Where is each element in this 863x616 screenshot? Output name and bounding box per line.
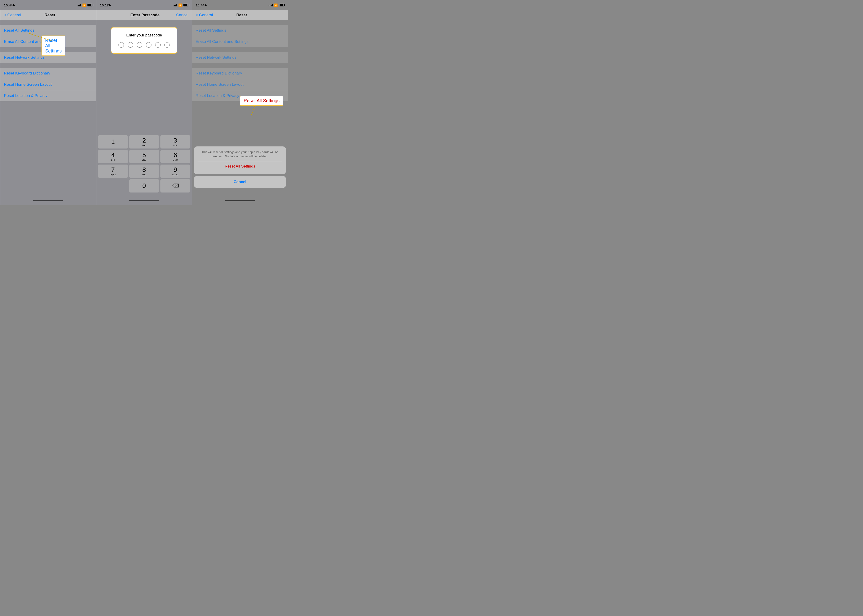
signal-bars-2 [173,4,177,6]
dot-6 [164,42,170,48]
wifi-icon-3: 📶 [274,3,278,7]
item-reset-location-1[interactable]: Reset Location & Privacy [0,90,96,101]
alert-action-3[interactable]: Reset All Settings [198,162,282,171]
settings-group-3b: Reset Network Settings [192,52,288,63]
bar1-2 [173,5,173,6]
bar4-2 [176,4,177,6]
panel-2: 10:17 ▶ 📶 Enter Passcode Cancel Enter yo… [96,0,192,205]
key-num-6: 6 [173,152,177,158]
key-num-1: 1 [111,139,115,145]
key-7[interactable]: 7 PQRS [98,165,128,178]
home-indicator-1 [0,198,96,205]
key-0[interactable]: 0 [129,179,159,192]
item-reset-location-3[interactable]: Reset Location & Privacy [192,90,288,101]
item-reset-network-1[interactable]: Reset Network Settings [0,52,96,63]
time-label-2: 10:17 [100,3,108,7]
panel-3: 10:44 ▶ 📶 < General Reset Reset All Sett… [192,0,288,205]
key-3[interactable]: 3 DEF [160,135,190,149]
key-num-4: 4 [111,152,115,158]
key-num-5: 5 [142,152,146,158]
key-8[interactable]: 8 TUV [129,165,159,178]
battery-icon-1 [87,4,92,6]
keypad-row-4: 0 ⌫ [98,179,190,192]
signal-bars-1 [77,4,81,6]
status-icons-3: 📶 [269,3,284,7]
item-reset-network-3[interactable]: Reset Network Settings [192,52,288,63]
nav-bar-1: < General Reset [0,10,96,20]
settings-group-1c: Reset Keyboard Dictionary Reset Home Scr… [0,68,96,101]
key-6[interactable]: 6 MNO [160,150,190,163]
location-icon-1: ▶ [13,4,15,7]
key-letters-7: PQRS [110,173,116,176]
status-bar-1: 10:44 ▶ 📶 [0,0,96,10]
battery-icon-2 [183,4,189,6]
key-delete[interactable]: ⌫ [160,179,190,192]
nav-cancel-2[interactable]: Cancel [176,13,189,17]
wifi-icon-1: 📶 [82,3,86,7]
passcode-dots-2 [118,42,170,48]
bar4 [80,4,81,6]
status-bar-2: 10:17 ▶ 📶 [96,0,192,10]
time-label-3: 10:44 [196,3,204,7]
key-5[interactable]: 5 JKL [129,150,159,163]
status-time-2: 10:17 ▶ [100,3,111,7]
dot-3 [137,42,142,48]
settings-content-3: Reset All Settings Erase All Content and… [192,20,288,198]
settings-group-1a: Reset All Settings Erase All Content and… [0,25,96,47]
bar2-2 [174,5,174,6]
annotation-dot-3 [251,114,252,115]
dot-1 [118,42,124,48]
status-time-3: 10:44 ▶ [196,3,207,7]
key-num-0: 0 [142,183,146,189]
nav-back-3[interactable]: < General [196,13,213,17]
alert-message-3: This will reset all settings and your Ap… [198,150,282,158]
dot-2 [127,42,133,48]
panel-1: 10:44 ▶ 📶 < General Reset Reset All Sett… [0,0,96,205]
alert-cancel-3[interactable]: Cancel [194,176,286,188]
dot-4 [146,42,151,48]
bar1-3 [269,5,269,6]
key-empty [98,179,128,192]
key-num-2: 2 [142,137,146,144]
home-indicator-3 [192,198,288,205]
bar2 [78,5,79,6]
key-letters-9: WXYZ [172,173,179,176]
key-2[interactable]: 2 ABC [129,135,159,149]
key-4[interactable]: 4 GHI [98,150,128,163]
key-letters-6: MNO [173,159,178,161]
nav-bar-2: Enter Passcode Cancel [96,10,192,20]
bar2-3 [270,5,270,6]
settings-list-1: Reset All Settings Erase All Content and… [0,20,96,198]
item-reset-keyboard-3[interactable]: Reset Keyboard Dictionary [192,68,288,79]
key-num-7: 7 [111,167,115,173]
bar1 [77,5,77,6]
passcode-prompt-2: Enter your passcode [118,33,170,38]
item-reset-home-3[interactable]: Reset Home Screen Layout [192,79,288,90]
nav-title-1: Reset [44,13,55,17]
home-bar-1 [33,200,63,201]
home-indicator-2 [96,198,192,205]
keypad-row-3: 7 PQRS 8 TUV 9 WXYZ [98,165,190,178]
item-reset-all-settings-1[interactable]: Reset All Settings [0,25,96,36]
key-9[interactable]: 9 WXYZ [160,165,190,178]
signal-bars-3 [269,4,273,6]
settings-group-3c: Reset Keyboard Dictionary Reset Home Scr… [192,68,288,101]
dot-5 [155,42,160,48]
battery-fill-3 [280,4,283,6]
nav-bar-3: < General Reset [192,10,288,20]
item-reset-home-1[interactable]: Reset Home Screen Layout [0,79,96,90]
status-time-1: 10:44 ▶ [4,3,15,7]
item-erase-all-1[interactable]: Erase All Content and Settings [0,36,96,47]
bar3 [79,5,80,6]
settings-group-1b: Reset Network Settings [0,52,96,63]
nav-back-1[interactable]: < General [4,13,21,17]
delete-icon: ⌫ [172,183,179,189]
item-reset-keyboard-1[interactable]: Reset Keyboard Dictionary [0,68,96,79]
item-erase-all-3[interactable]: Erase All Content and Settings [192,36,288,47]
key-1[interactable]: 1 [98,135,128,149]
home-bar-2 [129,200,159,201]
bar3-3 [271,5,272,6]
keypad-row-1: 1 2 ABC 3 DEF [98,135,190,149]
item-reset-all-settings-3[interactable]: Reset All Settings [192,25,288,36]
key-letters-2: ABC [142,144,146,146]
